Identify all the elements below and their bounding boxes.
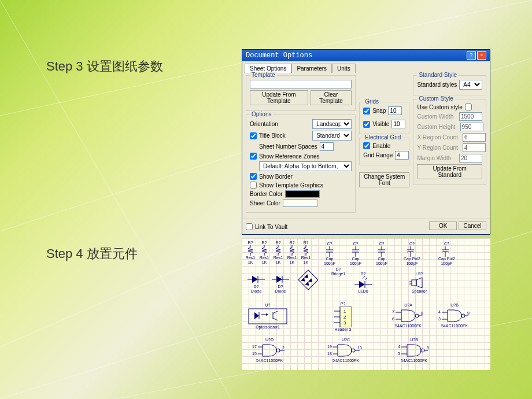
svg-text:7: 7 — [392, 310, 394, 314]
svg-rect-32 — [298, 270, 318, 290]
svg-marker-51 — [266, 313, 268, 316]
speaker-part: LS?Speaker — [409, 272, 429, 294]
gate-b-part: U?B43954AC11000FK — [438, 303, 471, 328]
yregion-label: Y Region Count — [417, 145, 457, 151]
sheet-color-swatch[interactable] — [283, 200, 317, 207]
egrid-title: Electrical Grid — [363, 134, 402, 141]
link-vault-checkbox[interactable] — [246, 223, 253, 230]
custom-title: Custom Style — [417, 95, 455, 102]
margin-input — [459, 154, 482, 162]
tab-parameters[interactable]: Parameters — [291, 64, 332, 73]
grids-title: Grids — [363, 98, 380, 105]
visible-input[interactable] — [391, 120, 405, 128]
help-icon[interactable]: ? — [467, 51, 476, 60]
svg-point-73 — [461, 314, 465, 317]
svg-text:3: 3 — [343, 320, 346, 326]
template-title: Template — [250, 72, 277, 78]
svg-text:13: 13 — [357, 346, 362, 350]
svg-text:1: 1 — [343, 309, 346, 314]
show-border-label: Show Border — [259, 173, 293, 180]
show-ref-label: Show Reference Zones — [259, 153, 320, 160]
resistor-part: R?Res11K — [259, 241, 269, 265]
cappol-part: C?Cap Pol2100pF — [404, 242, 420, 266]
svg-marker-36 — [305, 282, 311, 287]
resistor-part: R?Res11K — [245, 241, 256, 265]
svg-text:17: 17 — [252, 345, 257, 349]
orientation-select[interactable]: Landscape — [312, 119, 352, 129]
title-block-select[interactable]: Standard — [312, 131, 352, 141]
svg-marker-38 — [359, 281, 365, 288]
close-icon[interactable]: × — [477, 51, 486, 60]
use-custom-label: Use Custom style — [417, 104, 462, 110]
snap-input[interactable] — [388, 106, 402, 115]
sheet-num-label: Sheet Number Spaces — [259, 143, 317, 150]
cap-part: C?Cap100pF — [349, 242, 363, 266]
use-custom-checkbox[interactable] — [465, 104, 472, 110]
visible-label: Visible — [372, 121, 389, 127]
template-combo[interactable] — [250, 80, 352, 88]
svg-text:4: 4 — [438, 310, 441, 314]
link-vault-label: Link To Vault — [255, 224, 287, 230]
std-style-select[interactable]: A4 — [459, 80, 482, 90]
diode-part: D?Diode — [247, 274, 265, 294]
grid-range-label: Grid Range — [363, 152, 393, 158]
cancel-button[interactable]: Cancel — [459, 221, 486, 230]
cap-part: C?Cap100pF — [323, 242, 337, 266]
svg-line-42 — [365, 278, 367, 280]
svg-point-80 — [276, 349, 280, 352]
update-from-template-button[interactable]: Update From Template — [250, 90, 308, 105]
custom-height-input — [460, 123, 483, 131]
custom-width-input — [459, 112, 482, 121]
show-ref-checkbox[interactable] — [250, 153, 257, 160]
orientation-label: Orientation — [250, 121, 278, 127]
show-template-label: Show Template Graphics — [259, 182, 323, 189]
change-font-button[interactable]: Change System Font — [359, 172, 409, 187]
electrical-grid-group: Electrical Grid Enable Grid Range — [359, 138, 409, 165]
update-from-standard-button[interactable]: Update From Standard — [417, 164, 482, 179]
step3-heading: Step 3 设置图纸参数 — [46, 58, 163, 75]
sheet-num-input[interactable] — [320, 142, 334, 151]
svg-text:15: 15 — [252, 352, 257, 356]
resistor-part: R?Res11K — [287, 241, 297, 265]
ref-default-select[interactable]: Default: Alpha Top to Bottom, — [259, 161, 352, 171]
standard-style-group: Standard Style Standard stylesA4 — [413, 75, 486, 95]
enable-egrid-label: Enable — [372, 143, 390, 149]
ok-button[interactable]: OK — [429, 221, 457, 230]
svg-text:8: 8 — [421, 311, 423, 315]
std-title: Standard Style — [417, 72, 459, 78]
visible-checkbox[interactable] — [363, 121, 370, 128]
bridge-label: D?Bridge1 — [331, 267, 345, 276]
clear-template-button[interactable]: Clear Template — [311, 90, 352, 105]
grid-range-input[interactable] — [395, 151, 409, 160]
diode-part: D?Diode — [272, 274, 289, 294]
grids-group: Grids Snap Visible — [359, 102, 409, 134]
document-options-dialog: Document Options ? × Sheet Options Param… — [242, 49, 490, 235]
show-border-checkbox[interactable] — [250, 173, 257, 180]
svg-point-87 — [352, 349, 355, 352]
svg-text:6: 6 — [392, 317, 394, 321]
svg-rect-43 — [412, 280, 416, 286]
svg-text:2: 2 — [343, 315, 346, 320]
schematic-canvas: R?Res11K R?Res11K R?Res11K R?Res11K R?Re… — [242, 238, 490, 370]
template-group: Template Update From Template Clear Temp… — [246, 75, 356, 111]
options-group: Options OrientationLandscape Title Block… — [246, 114, 356, 213]
svg-marker-34 — [308, 278, 314, 284]
snap-label: Snap — [372, 108, 386, 114]
title-block-checkbox[interactable] — [250, 132, 257, 139]
tab-units[interactable]: Units — [332, 64, 356, 73]
opto-part: U?Optoisolator1 — [247, 303, 288, 330]
gate-a-part: U?A76854AC11000FK — [392, 303, 424, 328]
border-color-swatch[interactable] — [285, 190, 320, 198]
custom-height-label: Custom Height — [417, 124, 455, 130]
gate-c-part: U?C19181354AC11000FK — [327, 338, 364, 363]
enable-egrid-checkbox[interactable] — [363, 142, 370, 149]
svg-marker-48 — [254, 312, 259, 319]
snap-checkbox[interactable] — [363, 108, 370, 114]
title-block-label: Title Block — [259, 132, 286, 139]
show-template-checkbox[interactable] — [250, 182, 257, 189]
svg-text:18: 18 — [327, 352, 332, 356]
svg-point-94 — [421, 349, 424, 352]
svg-line-53 — [273, 311, 278, 313]
svg-rect-47 — [249, 309, 287, 324]
dialog-titlebar[interactable]: Document Options ? × — [242, 50, 490, 61]
